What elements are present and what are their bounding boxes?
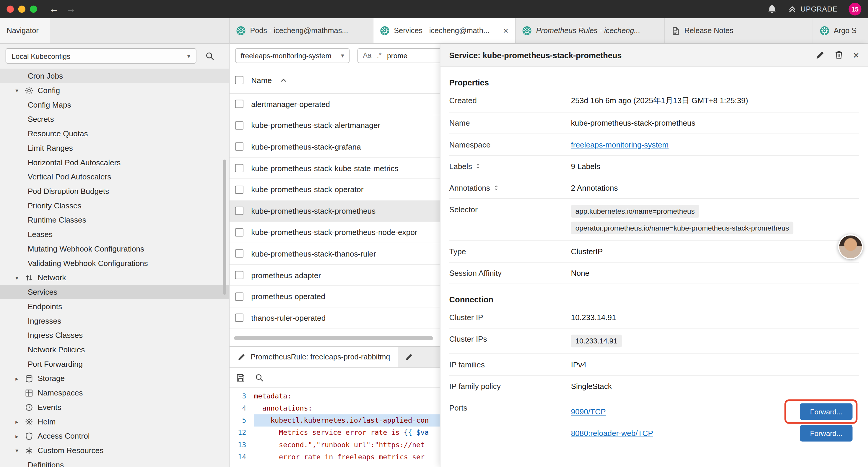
avatar[interactable] [838, 234, 863, 259]
row-checkbox[interactable] [235, 164, 243, 172]
namespace-select[interactable]: freeleaps-monitoring-system ▾ [235, 48, 350, 63]
namespace-link[interactable]: freeleaps-monitoring-system [571, 140, 669, 149]
sidebar-item-horizontal-pod-autoscalers[interactable]: Horizontal Pod Autoscalers [0, 155, 229, 170]
sidebar-item-custom-resources[interactable]: ▾ Custom Resources [0, 443, 229, 458]
tab-label: Argo S [834, 27, 862, 35]
tab-pods[interactable]: Pods - icecheng@mathmas... [229, 18, 373, 43]
navigator-tree: Cron Jobs ▾ Config Config Maps Secrets R… [0, 68, 229, 467]
regex-toggle[interactable]: .* [377, 52, 382, 59]
helm-wheel-icon [25, 417, 33, 426]
row-checkbox[interactable] [235, 228, 243, 236]
expand-collapse-icon[interactable] [475, 163, 481, 169]
tab-services[interactable]: Services - icecheng@math... × [373, 18, 516, 43]
sidebar-item-helm[interactable]: ▸ Helm [0, 414, 229, 429]
upgrade-button[interactable]: UPGRADE [788, 5, 838, 13]
sidebar-item-config-maps[interactable]: Config Maps [0, 97, 229, 112]
asterisk-icon [25, 446, 33, 455]
tab-argo[interactable]: Argo S [813, 18, 868, 43]
name-column-header[interactable]: Name [251, 76, 272, 85]
kubeconfig-select[interactable]: Local Kubeconfigs ▾ [6, 48, 196, 63]
sidebar-item-runtime-classes[interactable]: Runtime Classes [0, 213, 229, 227]
sidebar-item-mutating-webhook-configurations[interactable]: Mutating Webhook Configurations [0, 241, 229, 256]
tab-label: Services - icecheng@math... [394, 27, 497, 35]
dock-tab-prometheusrule[interactable]: PrometheusRule: freeleaps-prod-rabbitmq [229, 347, 398, 367]
save-icon[interactable] [236, 373, 245, 382]
back-icon[interactable]: ← [49, 4, 59, 14]
sidebar-item-limit-ranges[interactable]: Limit Ranges [0, 141, 229, 155]
drawer-header: Service: kube-prometheus-stack-prometheu… [440, 44, 868, 67]
sidebar-item-port-forwarding[interactable]: Port Forwarding [0, 357, 229, 371]
forward-icon[interactable]: → [66, 4, 76, 14]
trash-icon[interactable] [835, 51, 843, 60]
chevron-down-icon: ▾ [13, 87, 20, 93]
sidebar-item-access-control[interactable]: ▸ Access Control [0, 429, 229, 443]
namespace-select-value: freeleaps-monitoring-system [241, 51, 332, 59]
notification-badge[interactable]: 15 [848, 3, 861, 16]
sidebar-item-validating-webhook-configurations[interactable]: Validating Webhook Configurations [0, 256, 229, 270]
sidebar-item-definitions[interactable]: Definitions [0, 458, 229, 467]
line-number: 13 [229, 439, 254, 451]
match-case-toggle[interactable]: Aa [363, 52, 371, 59]
edit-icon[interactable] [815, 51, 825, 60]
sidebar-item-ingresses[interactable]: Ingresses [0, 314, 229, 328]
close-icon[interactable]: × [503, 26, 508, 36]
bell-icon[interactable] [767, 4, 777, 14]
tab-label: Release Notes [684, 27, 806, 35]
sidebar-item-events[interactable]: Events [0, 400, 229, 414]
sidebar-item-pod-disruption-budgets[interactable]: Pod Disruption Budgets [0, 184, 229, 198]
chevron-down-icon: ▾ [187, 52, 190, 59]
select-all-checkbox[interactable] [235, 76, 243, 84]
tab-strip: Navigator Pods - icecheng@mathmas... Ser… [0, 18, 868, 44]
row-checkbox[interactable] [235, 100, 243, 108]
sidebar-item-services[interactable]: Services [0, 285, 229, 299]
sidebar-item-ingress-classes[interactable]: Ingress Classes [0, 328, 229, 343]
sidebar-item-storage[interactable]: ▸ Storage [0, 371, 229, 386]
row-checkbox[interactable] [235, 143, 243, 151]
app-window: ← → UPGRADE 15 Navigator Pods - icecheng… [0, 0, 868, 467]
sidebar-item-vertical-pod-autoscalers[interactable]: Vertical Pod Autoscalers [0, 170, 229, 184]
window-maximize-button[interactable] [30, 6, 37, 13]
forward-button[interactable]: Forward... [800, 403, 852, 420]
dock-tab-next[interactable] [398, 347, 420, 367]
property-row-session-affinity: Session Affinity None [449, 262, 859, 284]
row-checkbox[interactable] [235, 314, 243, 322]
sidebar-item-network[interactable]: ▾ Network [0, 270, 229, 285]
forward-button[interactable]: Forward... [800, 425, 852, 442]
row-checkbox[interactable] [235, 292, 243, 300]
sidebar-item-leases[interactable]: Leases [0, 227, 229, 241]
sidebar-item-resource-quotas[interactable]: Resource Quotas [0, 126, 229, 141]
window-minimize-button[interactable] [18, 6, 25, 13]
sidebar-item-namespaces[interactable]: Namespaces [0, 385, 229, 400]
row-checkbox[interactable] [235, 121, 243, 129]
sidebar-item-secrets[interactable]: Secrets [0, 112, 229, 126]
sidebar-scrollbar[interactable] [223, 159, 226, 295]
close-icon[interactable]: × [853, 50, 859, 61]
arrows-up-down-icon [25, 273, 33, 282]
row-checkbox[interactable] [235, 250, 243, 258]
document-icon [672, 26, 680, 35]
horizontal-scrollbar[interactable] [234, 337, 433, 340]
property-row-ports: Ports 9090/TCP Forward... 8080:reloader-… [449, 397, 859, 448]
window-close-button[interactable] [6, 6, 13, 13]
sidebar-item-priority-classes[interactable]: Priority Classes [0, 198, 229, 213]
sidebar-item-config[interactable]: ▾ Config [0, 83, 229, 97]
sidebar-item-network-policies[interactable]: Network Policies [0, 342, 229, 357]
port-link[interactable]: 9090/TCP [571, 407, 606, 416]
expand-collapse-icon[interactable] [493, 184, 499, 191]
sidebar-item-cron-jobs[interactable]: Cron Jobs [0, 68, 229, 83]
row-checkbox[interactable] [235, 207, 243, 215]
property-row-name: Name kube-prometheus-stack-prometheus [449, 112, 859, 134]
search-icon[interactable] [205, 51, 215, 61]
tab-release-notes[interactable]: Release Notes [665, 18, 813, 43]
row-checkbox[interactable] [235, 271, 243, 279]
line-number: 12 [229, 427, 254, 439]
property-row-type: Type ClusterIP [449, 241, 859, 262]
tab-prometheus-rules[interactable]: Prometheus Rules - icecheng... [516, 18, 665, 43]
sort-ascending-icon[interactable] [281, 78, 287, 82]
row-checkbox[interactable] [235, 185, 243, 194]
window-controls [6, 6, 37, 13]
chevron-right-icon: ▸ [13, 418, 20, 425]
sidebar-item-endpoints[interactable]: Endpoints [0, 299, 229, 314]
search-icon[interactable] [255, 373, 264, 382]
port-link[interactable]: 8080:reloader-web/TCP [571, 429, 653, 438]
